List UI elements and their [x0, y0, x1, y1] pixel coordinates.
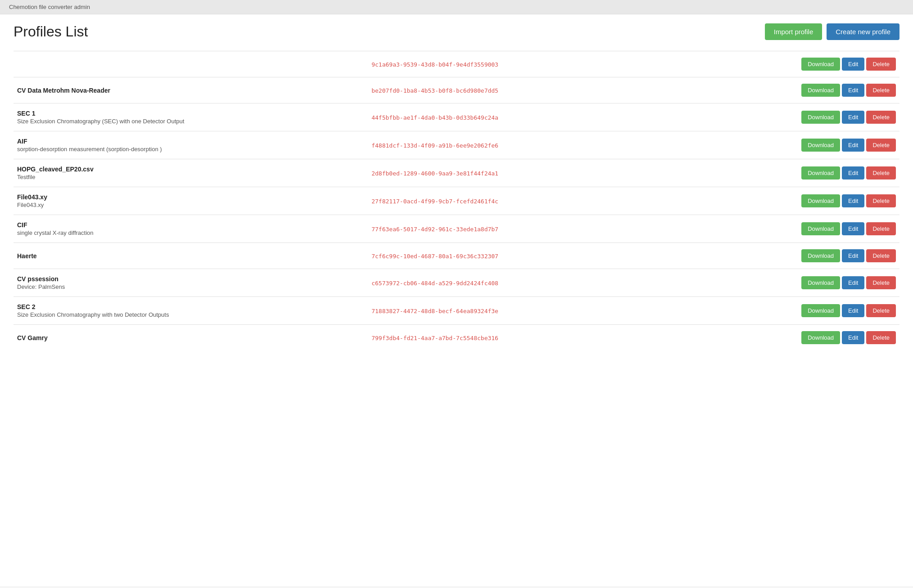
delete-button[interactable]: Delete: [866, 139, 896, 152]
create-profile-button[interactable]: Create new profile: [827, 23, 899, 40]
profile-id: 2d8fb0ed-1289-4600-9aa9-3e81f44f24a1: [371, 170, 498, 177]
profile-id: f4881dcf-133d-4f09-a91b-6ee9e2062fe6: [371, 142, 498, 149]
edit-button[interactable]: Edit: [842, 58, 864, 71]
table-row: File043.xyFile043.xy27f82117-0acd-4f99-9…: [14, 187, 899, 215]
profile-description: Device: PalmSens: [17, 283, 364, 290]
delete-button[interactable]: Delete: [866, 249, 896, 262]
profile-id: 77f63ea6-5017-4d92-961c-33ede1a8d7b7: [371, 226, 498, 233]
main-container: Profiles List Import profile Create new …: [0, 14, 913, 586]
profile-description: Size Exclusion Chromatography with two D…: [17, 311, 364, 318]
download-button[interactable]: Download: [801, 331, 840, 344]
profile-name: SEC 1: [17, 110, 364, 117]
table-row: CV Gamry799f3db4-fd21-4aa7-a7bd-7c5548cb…: [14, 325, 899, 351]
profile-description: single crystal X-ray diffraction: [17, 229, 364, 236]
download-button[interactable]: Download: [801, 276, 840, 289]
edit-button[interactable]: Edit: [842, 84, 864, 97]
profile-description: sorption-desorption measurement (sorptio…: [17, 146, 364, 153]
table-row: AIFsorption-desorption measurement (sorp…: [14, 131, 899, 159]
profile-name: CV pssession: [17, 275, 364, 283]
download-button[interactable]: Download: [801, 166, 840, 180]
download-button[interactable]: Download: [801, 58, 840, 71]
profile-id: 44f5bfbb-ae1f-4da0-b43b-0d33b649c24a: [371, 114, 498, 121]
profile-name: AIF: [17, 138, 364, 145]
profile-description: File043.xy: [17, 202, 364, 208]
table-row: SEC 2Size Exclusion Chromatography with …: [14, 297, 899, 325]
table-row: CV pssessionDevice: PalmSensc6573972-cb0…: [14, 269, 899, 297]
delete-button[interactable]: Delete: [866, 304, 896, 317]
profile-id: 799f3db4-fd21-4aa7-a7bd-7c5548cbe316: [371, 335, 498, 341]
edit-button[interactable]: Edit: [842, 166, 864, 180]
profile-name: SEC 2: [17, 303, 364, 310]
edit-button[interactable]: Edit: [842, 111, 864, 124]
delete-button[interactable]: Delete: [866, 276, 896, 289]
download-button[interactable]: Download: [801, 194, 840, 207]
page-title: Profiles List: [14, 23, 88, 40]
profiles-table: 9c1a69a3-9539-43d8-b04f-9e4df3559003Down…: [14, 51, 899, 350]
profile-id: 7cf6c99c-10ed-4687-80a1-69c36c332307: [371, 253, 498, 260]
profile-description: Size Exclusion Chromatography (SEC) with…: [17, 118, 364, 125]
table-row: Haerte7cf6c99c-10ed-4687-80a1-69c36c3323…: [14, 243, 899, 269]
page-header: Profiles List Import profile Create new …: [14, 23, 899, 40]
edit-button[interactable]: Edit: [842, 249, 864, 262]
download-button[interactable]: Download: [801, 111, 840, 124]
download-button[interactable]: Download: [801, 249, 840, 262]
edit-button[interactable]: Edit: [842, 222, 864, 235]
profile-description: Testfile: [17, 174, 364, 180]
profile-name: CV Data Metrohm Nova-Reader: [17, 87, 364, 94]
import-profile-button[interactable]: Import profile: [765, 23, 823, 40]
edit-button[interactable]: Edit: [842, 276, 864, 289]
table-row: CIFsingle crystal X-ray diffraction77f63…: [14, 215, 899, 243]
profile-name: Haerte: [17, 252, 364, 260]
table-row: SEC 1Size Exclusion Chromatography (SEC)…: [14, 103, 899, 131]
download-button[interactable]: Download: [801, 304, 840, 317]
app-title: Chemotion file converter admin: [9, 4, 90, 10]
table-row: 9c1a69a3-9539-43d8-b04f-9e4df3559003Down…: [14, 51, 899, 77]
profile-id: 71883827-4472-48d8-becf-64ea89324f3e: [371, 308, 498, 314]
profile-name: CIF: [17, 221, 364, 229]
delete-button[interactable]: Delete: [866, 222, 896, 235]
delete-button[interactable]: Delete: [866, 58, 896, 71]
top-bar: Chemotion file converter admin: [0, 0, 913, 14]
delete-button[interactable]: Delete: [866, 166, 896, 180]
profile-name: HOPG_cleaved_EP20.csv: [17, 166, 364, 173]
download-button[interactable]: Download: [801, 84, 840, 97]
profile-id: be207fd0-1ba8-4b53-b0f8-bc6d980e7dd5: [371, 87, 498, 94]
edit-button[interactable]: Edit: [842, 304, 864, 317]
table-row: HOPG_cleaved_EP20.csvTestfile2d8fb0ed-12…: [14, 159, 899, 187]
delete-button[interactable]: Delete: [866, 194, 896, 207]
edit-button[interactable]: Edit: [842, 194, 864, 207]
header-buttons: Import profile Create new profile: [765, 23, 899, 40]
profile-name: CV Gamry: [17, 334, 364, 341]
edit-button[interactable]: Edit: [842, 331, 864, 344]
download-button[interactable]: Download: [801, 222, 840, 235]
profile-name: File043.xy: [17, 193, 364, 201]
profile-id: 27f82117-0acd-4f99-9cb7-fcefd2461f4c: [371, 198, 498, 205]
edit-button[interactable]: Edit: [842, 139, 864, 152]
delete-button[interactable]: Delete: [866, 111, 896, 124]
download-button[interactable]: Download: [801, 139, 840, 152]
delete-button[interactable]: Delete: [866, 84, 896, 97]
profile-id: c6573972-cb06-484d-a529-9dd2424fc408: [371, 280, 498, 287]
profile-id: 9c1a69a3-9539-43d8-b04f-9e4df3559003: [371, 61, 498, 68]
table-row: CV Data Metrohm Nova-Readerbe207fd0-1ba8…: [14, 77, 899, 103]
delete-button[interactable]: Delete: [866, 331, 896, 344]
